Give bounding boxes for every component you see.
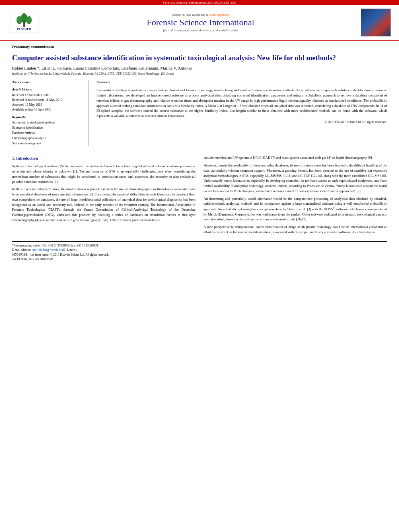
- body-left-col: 1. Introduction Systematic toxicological…: [12, 155, 195, 237]
- author-email[interactable]: rafael.linden@feevale.br: [32, 248, 62, 252]
- footer-area: * Corresponding author. Tel.: +55 51 358…: [12, 241, 387, 261]
- svg-point-2: [16, 16, 22, 24]
- keyword-2: Substance identification: [12, 125, 83, 131]
- intro-para-1: Systematic toxicological analysis (STA) …: [12, 164, 195, 184]
- journal-center: Contents lists available at ScienceDirec…: [40, 13, 361, 32]
- main-content: Preliminary communication Computer assis…: [0, 41, 399, 265]
- keyword-5: Software development: [12, 141, 83, 146]
- journal-thumbnail: [361, 8, 391, 37]
- footer-email: E-mail address: rafael.linden@feevale.br…: [12, 248, 387, 252]
- article-history-label: Article history:: [12, 88, 83, 91]
- journal-header: ELSEVIER Contents lists available at Sci…: [0, 5, 399, 41]
- accepted-date: Accepted 19 May 2010: [12, 103, 83, 107]
- intro-section-title: 1. Introduction: [12, 155, 195, 161]
- body-right-col: include retention and UV spectra in HPLC…: [204, 155, 387, 237]
- article-info-heading: Article info: [12, 80, 83, 85]
- keyword-3: Database retrieval: [12, 131, 83, 136]
- journal-title: Forensic Science International: [40, 17, 361, 28]
- contents-available-text: Contents lists available at ScienceDirec…: [40, 13, 361, 16]
- available-date: Available online 15 June 2010: [12, 107, 83, 112]
- intro-para-4: However, despite the availability of the…: [204, 163, 387, 194]
- section-divider: [12, 151, 387, 151]
- abstract-text: Systematic toxicological analysis is a m…: [97, 88, 387, 119]
- body-content: 1. Introduction Systematic toxicological…: [12, 155, 387, 237]
- svg-rect-4: [23, 22, 25, 27]
- footer-issn: 0379-0738/$ – see front matter © 2010 El…: [12, 253, 387, 257]
- sciencedirect-link[interactable]: ScienceDirect: [209, 13, 229, 16]
- received-date: Received 12 December 2009: [12, 93, 83, 98]
- article-title: Computer assisted substance identificati…: [12, 53, 387, 63]
- keyword-4: Chromatographic analysis: [12, 136, 83, 141]
- svg-point-3: [26, 16, 32, 24]
- intro-para-3: include retention and UV spectra in HPLC…: [204, 155, 387, 160]
- email-label: E-mail address:: [12, 248, 31, 252]
- authors: Rafael Linden *, Lilian L. Feltraco, Lua…: [12, 66, 387, 70]
- elsevier-logo: ELSEVIER: [8, 10, 40, 35]
- svg-text:ELSEVIER: ELSEVIER: [17, 28, 31, 31]
- authors-text: Rafael Linden *, Lilian L. Feltraco, Lua…: [12, 66, 192, 70]
- footer-corresponding-author: * Corresponding author. Tel.: +55 51 358…: [12, 243, 387, 248]
- email-suffix: (R. Linden).: [62, 248, 77, 252]
- keywords-label: Keywords:: [12, 115, 83, 119]
- abstract-heading: Abstract: [97, 80, 387, 85]
- article-info-column: Article info Article history: Received 1…: [12, 80, 88, 146]
- affiliation: Instituto de Ciências da Saúde, Universi…: [12, 72, 387, 76]
- revised-date: Received in revised form 11 May 2010: [12, 98, 83, 103]
- article-type: Preliminary communication: [12, 45, 387, 50]
- intro-para-2: In these "general unknown" cases, the mo…: [12, 187, 195, 222]
- star-note-text: * Corresponding author. Tel.: +55 51 358…: [12, 244, 99, 247]
- intro-para-6: A new perspective to computational based…: [204, 224, 387, 235]
- copyright-line: © 2010 Elsevier Ireland Ltd. All rights …: [97, 120, 387, 124]
- journal-homepage: journal homepage: www.elsevier.com/locat…: [40, 29, 361, 32]
- abstract-column: Abstract Systematic toxicological analys…: [97, 80, 387, 146]
- journal-citation-strip: Forensic Science International 202 (2010…: [0, 0, 399, 5]
- journal-citation-text: Forensic Science International 202 (2010…: [163, 1, 236, 4]
- article-info-abstract-section: Article info Article history: Received 1…: [12, 80, 387, 146]
- keyword-1: Systematic toxicological analysis: [12, 120, 83, 125]
- intro-para-5: An interesting and potentially useful al…: [204, 196, 387, 222]
- footer-doi: doi:10.1016/j.forsciint.2010.05.011: [12, 257, 387, 261]
